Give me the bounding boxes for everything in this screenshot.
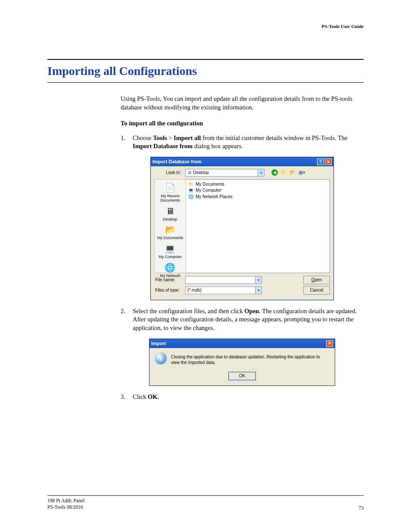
procedure-heading: To import all the configuration [121, 119, 364, 128]
folder-icon: 📁 [188, 181, 194, 187]
close-button[interactable]: ✕ [325, 159, 332, 165]
chevron-down-icon[interactable]: ▾ [255, 277, 262, 283]
step-3-text-b: . [158, 393, 159, 400]
step-1-import: Import all [174, 134, 201, 141]
filetype-label: Files of type: [154, 287, 183, 293]
list-item-label: My Documents [196, 181, 224, 187]
page-footer: 198 Pt Addr. Panel PS-Tools 08/2010 73 [47, 495, 364, 510]
dialog-title: Import Database from [153, 159, 202, 165]
step-2-text-a: Select the configuration files, and then… [133, 308, 244, 314]
body-content: Using PS-Tools, You can import and updat… [121, 83, 364, 401]
step-3-ok: OK [148, 393, 158, 400]
desktop-icon: 🖥 [187, 170, 192, 176]
info-icon: i [155, 352, 167, 364]
mynetwork-icon: 🌐 [164, 262, 177, 273]
list-item[interactable]: 📁 My Documents [188, 181, 328, 187]
place-recent-label: My Recent Documents [155, 194, 186, 203]
step-1-tools: Tools [153, 134, 167, 141]
help-button[interactable]: ? [317, 159, 324, 165]
mycomputer-icon: 💻 [164, 243, 177, 254]
open-button-rest: pen [315, 277, 322, 283]
footer-line1: 198 Pt Addr. Panel [47, 498, 84, 504]
recent-docs-icon: 📄 [164, 182, 177, 193]
step-1-text-a: Choose [133, 134, 153, 141]
new-folder-icon[interactable]: 📂 [290, 169, 296, 176]
dialog2-titlebar[interactable]: Import ✕ [149, 339, 335, 348]
open-button-mnemonic: O [311, 277, 315, 283]
filetype-value: (*.mdb) [187, 287, 202, 293]
dialog2-title: Import [151, 340, 166, 347]
list-item[interactable]: 💻 My Computer [188, 187, 328, 193]
place-mydocs[interactable]: 📂 My Documents [157, 224, 183, 240]
list-item-label: My Computer [196, 187, 221, 193]
place-recent[interactable]: 📄 My Recent Documents [155, 182, 186, 203]
places-bar: 📄 My Recent Documents 🖥 Desktop 📂 My Doc… [154, 179, 186, 273]
list-item[interactable]: 🌐 My Network Places [188, 194, 328, 200]
step-1-text-b: from the initial customer details window… [201, 134, 347, 141]
network-icon: 🌐 [188, 194, 194, 200]
import-message-dialog: Import ✕ i Closing the application due t… [149, 339, 335, 386]
dialog2-message: Closing the application due to database … [171, 352, 330, 366]
chevron-down-icon[interactable]: ▾ [255, 287, 262, 294]
close-button[interactable]: ✕ [326, 340, 333, 347]
footer-line2: PS-Tools 08/2010 [47, 504, 84, 510]
step-2: 2. Select the configuration files, and t… [121, 307, 364, 333]
filetype-combobox[interactable]: (*.mdb) ▾ [185, 286, 262, 294]
page-number: 73 [359, 505, 364, 510]
import-database-dialog: Import Database from ? ✕ Look in: 🖥 Desk… [150, 157, 334, 300]
filename-input[interactable]: ▾ [185, 276, 262, 284]
filename-label: File name: [154, 277, 183, 283]
place-desktop-label: Desktop [163, 218, 177, 222]
file-list-pane[interactable]: 📁 My Documents 💻 My Computer 🌐 My Networ… [186, 179, 330, 273]
chevron-down-icon[interactable]: ▾ [258, 169, 264, 176]
place-mydocs-label: My Documents [157, 236, 183, 240]
step-1-dialog-name: Import Database from [133, 143, 193, 149]
section-title: Importing all Configurations [47, 60, 364, 82]
desktop-place-icon: 🖥 [164, 205, 177, 217]
step-1-gt: > [167, 134, 174, 141]
lookin-value: Desktop [193, 170, 209, 176]
place-mycomputer[interactable]: 💻 My Computer [159, 243, 182, 259]
step-2-number: 2. [121, 307, 133, 333]
place-mycomputer-label: My Computer [159, 255, 182, 259]
lookin-label: Look in: [154, 170, 183, 176]
place-desktop[interactable]: 🖥 Desktop [163, 205, 177, 222]
step-2-open: Open [244, 308, 259, 314]
place-mynetwork[interactable]: 🌐 My Network [160, 262, 181, 278]
intro-paragraph: Using PS-Tools, You can import and updat… [121, 95, 364, 112]
ok-button[interactable]: OK [228, 372, 256, 380]
running-header: PS-Tools User Guide [47, 24, 364, 29]
step-3-text-a: Click [133, 393, 148, 400]
computer-icon: 💻 [188, 187, 194, 193]
cancel-button[interactable]: Cancel [303, 286, 330, 295]
step-3-number: 3. [121, 393, 133, 401]
up-folder-icon[interactable]: 📁 [280, 169, 287, 176]
step-1-number: 1. [121, 134, 133, 151]
step-1-text-c: dialog box appears. [193, 143, 243, 149]
open-button[interactable]: Open [303, 276, 330, 284]
dialog-titlebar[interactable]: Import Database from ? ✕ [151, 157, 333, 166]
list-item-label: My Network Places [196, 194, 233, 200]
mydocs-icon: 📂 [164, 224, 177, 235]
step-1: 1. Choose Tools > Import all from the in… [121, 134, 364, 151]
step-3: 3. Click OK. [121, 393, 364, 401]
lookin-combobox[interactable]: 🖥 Desktop ▾ [185, 169, 265, 177]
views-icon[interactable]: ▦▾ [299, 169, 305, 176]
back-icon[interactable]: ◄ [271, 169, 278, 176]
